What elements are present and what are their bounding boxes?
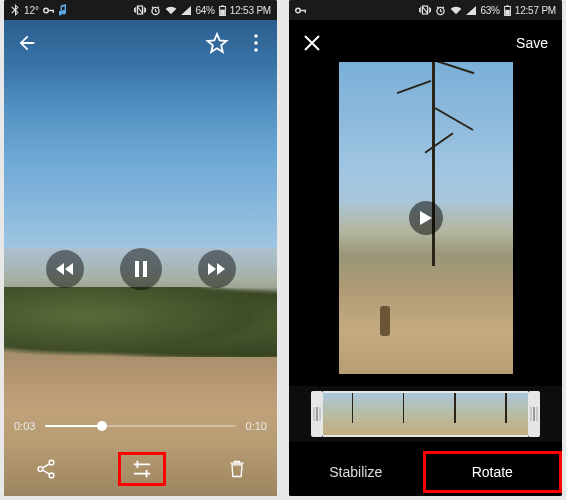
alarm-icon — [150, 5, 161, 16]
status-battery-pct: 64% — [195, 5, 214, 16]
filmstrip-frame — [477, 393, 528, 435]
rewind-button[interactable] — [46, 250, 84, 288]
scene-foliage — [4, 287, 277, 357]
bluetooth-icon — [10, 4, 20, 16]
status-battery-pct: 63% — [480, 5, 499, 16]
battery-icon — [504, 5, 511, 16]
edit-button[interactable] — [118, 452, 166, 486]
battery-icon — [219, 5, 226, 16]
svg-point-9 — [254, 34, 258, 38]
key-icon — [295, 6, 307, 15]
close-button[interactable] — [303, 34, 321, 52]
scene-tree-branch — [435, 107, 474, 131]
share-button[interactable] — [35, 458, 57, 480]
favorite-star-button[interactable] — [205, 31, 229, 55]
elapsed-time: 0:03 — [14, 420, 35, 432]
filmstrip-frame — [323, 393, 374, 435]
status-bar: 12° 64% 12:53 PM — [4, 0, 277, 20]
wifi-icon — [450, 6, 462, 15]
svg-point-10 — [254, 41, 258, 45]
vibrate-icon — [419, 5, 431, 15]
svg-point-11 — [254, 48, 258, 52]
video-viewer: 0:03 0:10 — [4, 20, 277, 496]
status-bar: 63% 12:57 PM — [289, 0, 562, 20]
scene-tree-branch — [425, 132, 454, 153]
playback-controls — [4, 248, 277, 290]
svg-point-0 — [44, 8, 49, 13]
key-icon — [43, 6, 55, 15]
filmstrip-frame — [426, 393, 477, 435]
svg-rect-13 — [143, 261, 147, 277]
phone-left-video-viewer: 12° 64% 12:53 PM — [4, 0, 277, 496]
seek-slider[interactable] — [45, 425, 235, 427]
svg-point-14 — [49, 460, 54, 465]
total-duration: 0:10 — [246, 420, 267, 432]
svg-point-17 — [296, 8, 301, 13]
music-note-icon — [59, 4, 69, 16]
wifi-icon — [165, 6, 177, 15]
play-button[interactable] — [409, 201, 443, 235]
scene-stump — [380, 306, 390, 336]
status-time: 12:57 PM — [515, 5, 556, 16]
svg-rect-19 — [305, 9, 306, 12]
editor-bottom-tabs: Stabilize Rotate — [289, 448, 562, 496]
trim-handle-end[interactable] — [528, 391, 540, 437]
viewer-top-bar — [4, 20, 277, 66]
trim-handle-start[interactable] — [311, 391, 323, 437]
vibrate-icon — [134, 5, 146, 15]
status-temperature: 12° — [24, 5, 39, 16]
back-button[interactable] — [16, 32, 38, 54]
rotate-tab[interactable]: Rotate — [423, 451, 563, 493]
viewer-bottom-bar — [4, 442, 277, 496]
svg-rect-12 — [135, 261, 139, 277]
filmstrip-frames[interactable] — [323, 391, 528, 437]
svg-rect-24 — [506, 5, 508, 6]
trim-filmstrip — [289, 386, 562, 442]
pause-button[interactable] — [120, 248, 162, 290]
fast-forward-button[interactable] — [198, 250, 236, 288]
seek-slider-fill — [45, 425, 102, 427]
svg-point-15 — [38, 467, 43, 472]
svg-rect-7 — [221, 5, 223, 6]
overflow-menu-button[interactable] — [247, 32, 265, 54]
filmstrip-frame — [374, 393, 425, 435]
signal-icon — [181, 6, 191, 15]
seek-row: 0:03 0:10 — [4, 420, 277, 432]
save-button[interactable]: Save — [516, 35, 548, 51]
stabilize-tab[interactable]: Stabilize — [289, 454, 423, 490]
seek-slider-thumb[interactable] — [97, 421, 107, 431]
editor-top-bar: Save — [289, 20, 562, 66]
alarm-icon — [435, 5, 446, 16]
svg-rect-8 — [220, 9, 225, 14]
svg-rect-2 — [53, 9, 54, 12]
signal-icon — [466, 6, 476, 15]
svg-point-16 — [49, 473, 54, 478]
video-editor: Save Stabilize Rotate — [289, 20, 562, 496]
svg-rect-25 — [505, 9, 510, 14]
delete-button[interactable] — [227, 458, 247, 480]
status-time: 12:53 PM — [230, 5, 271, 16]
scene-tree — [432, 62, 435, 266]
phone-right-video-editor: 63% 12:57 PM Save — [289, 0, 562, 496]
video-preview — [339, 62, 513, 374]
